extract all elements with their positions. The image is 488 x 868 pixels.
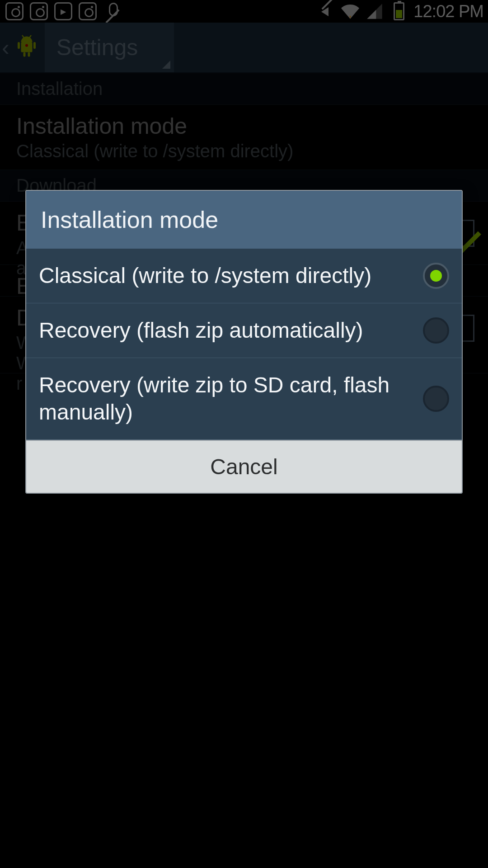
- cancel-button[interactable]: Cancel: [26, 440, 462, 493]
- option-recovery-manual[interactable]: Recovery (write zip to SD card, flash ma…: [26, 358, 462, 440]
- dialog-title: Installation mode: [26, 191, 462, 249]
- installation-mode-dialog: Installation mode Classical (write to /s…: [25, 190, 463, 494]
- option-label: Classical (write to /system directly): [39, 262, 414, 289]
- option-label: Recovery (write zip to SD card, flash ma…: [39, 372, 414, 426]
- radio-icon: [423, 317, 449, 344]
- radio-icon: [423, 263, 449, 289]
- radio-icon: [423, 386, 449, 412]
- option-classical[interactable]: Classical (write to /system directly): [26, 249, 462, 303]
- option-label: Recovery (flash zip automatically): [39, 317, 414, 344]
- option-recovery-auto[interactable]: Recovery (flash zip automatically): [26, 303, 462, 358]
